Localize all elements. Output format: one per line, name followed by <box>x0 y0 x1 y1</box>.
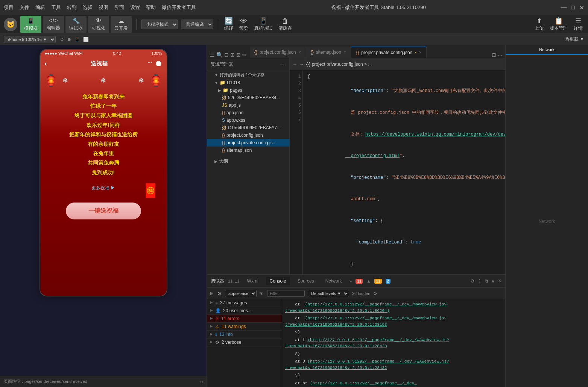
menu-wechat[interactable]: 微信开发者工具 <box>162 4 196 11</box>
clear-console-button[interactable]: ⊘ <box>217 290 222 297</box>
mini-program-mode-select[interactable]: 小程序模式 <box>141 20 178 29</box>
maximize-button[interactable]: □ <box>571 4 575 11</box>
hot-reload-btn[interactable]: 热重载 ▼ <box>565 36 584 42</box>
rotate-icon[interactable]: ↺ <box>60 37 64 42</box>
log-link-5[interactable]: (http://127.0.0.1:51292/__pageframe__/_d… <box>310 381 417 385</box>
menu-bar[interactable]: 项目 文件 编辑 工具 转到 选择 视图 界面 设置 帮助 微信开发者工具 <box>4 4 196 11</box>
split-editor-icon[interactable]: ⊟ <box>492 52 496 58</box>
menu-tool[interactable]: 工具 <box>51 4 61 11</box>
settings-icon[interactable]: ⚙ <box>470 278 474 284</box>
log-warnings[interactable]: ▶ ⚠ 11 warnings <box>207 323 282 331</box>
simulator-button[interactable]: 📱 模拟器 <box>20 16 41 33</box>
version-mgr-button[interactable]: 📋 版本管理 <box>548 15 569 33</box>
menu-ui[interactable]: 界面 <box>114 4 124 11</box>
right-tab-network[interactable]: Network <box>506 45 588 55</box>
tab-project-private-config[interactable]: {} project.private.config.json ● ✕ <box>351 47 427 58</box>
file-app-json[interactable]: {} app.json <box>207 109 289 116</box>
menu-help[interactable]: 帮助 <box>146 4 156 11</box>
settings-console-icon[interactable]: ⚙ <box>373 291 377 296</box>
screenshot-icon[interactable]: ⬜ <box>83 37 89 42</box>
explorer-more-icon[interactable]: ··· <box>282 61 286 68</box>
minimize-button[interactable]: — <box>561 4 567 11</box>
compile-mode-select[interactable]: 普通编译 <box>181 20 213 29</box>
compile-button[interactable]: 🔄 编译 <box>223 15 235 33</box>
console-filter-input[interactable] <box>267 290 305 297</box>
device-select[interactable]: iPhone 5 100% 16 ▼ <box>4 36 56 43</box>
more-blessings-link[interactable]: 更多祝福 ▶ <box>91 185 115 191</box>
tab-wxml[interactable]: Wxml <box>243 277 262 285</box>
preview-button[interactable]: 👁 预览 <box>238 16 250 33</box>
upload-button[interactable]: ⬆ 上传 <box>533 15 545 33</box>
editor-button[interactable]: </> 编辑器 <box>43 16 64 33</box>
tab-list-icon[interactable]: ☰ <box>210 52 215 58</box>
file-img-2[interactable]: 🖼 C15640D09F02EBAFA7... <box>207 124 289 132</box>
tab-close-1[interactable]: ✕ <box>298 50 301 54</box>
root-folder[interactable]: ▼ 📁 D1018 <box>207 79 289 86</box>
file-project-config[interactable]: {} project.config.json <box>207 132 289 139</box>
real-device-button[interactable]: 📱 真机调试 <box>253 15 274 33</box>
tab-drag-icon[interactable]: ⊠ <box>236 52 241 58</box>
debugger-button[interactable]: 🔧 调试器 <box>65 16 87 33</box>
context-select[interactable]: appservice <box>225 290 257 297</box>
menu-view[interactable]: 视图 <box>99 4 108 11</box>
expand-left-icon[interactable]: ⊞ <box>210 291 214 296</box>
menu-file[interactable]: 文件 <box>20 4 29 11</box>
tab-console[interactable]: Console <box>266 277 290 285</box>
tab-pen-icon[interactable]: ✏ <box>242 52 247 58</box>
tab-close-3[interactable]: ✕ <box>419 50 422 54</box>
log-link-2[interactable]: (http://127.0.0.1:51292/__pageframe__/_d… <box>285 316 447 327</box>
menu-project[interactable]: 项目 <box>4 4 14 11</box>
level-select[interactable]: Default levels ▼ <box>308 290 349 297</box>
file-app-js[interactable]: JS app.js <box>207 101 289 109</box>
more-tabs-icon[interactable]: ··· <box>498 52 502 58</box>
tab-network[interactable]: Network <box>322 277 346 285</box>
menu-edit[interactable]: 编辑 <box>35 4 45 11</box>
tab-sitemap[interactable]: {} sitemap.json ✕ <box>306 47 351 58</box>
unsaved-section[interactable]: ▼ 打开的编辑器 1个未保存 <box>207 71 289 79</box>
log-info[interactable]: ▶ ℹ 13 info <box>207 331 282 339</box>
log-errors[interactable]: ▶ ✕ 11 errors <box>207 315 282 323</box>
detach-icon[interactable]: ⧉ <box>485 278 488 284</box>
close-button[interactable]: ✕ <box>579 4 584 11</box>
cloud-button[interactable]: ☁ 云开发 <box>111 16 132 33</box>
more-button[interactable]: ··· <box>147 59 152 68</box>
menu-settings[interactable]: 设置 <box>130 4 140 11</box>
eye-icon[interactable]: 👁 <box>260 291 264 296</box>
file-img-1[interactable]: 🖼 526D5E449F02EBAF34... <box>207 94 289 101</box>
tab-sources[interactable]: Sources <box>294 277 318 285</box>
menu-goto[interactable]: 转到 <box>67 4 77 11</box>
record-icon[interactable]: ⏺ <box>67 37 71 42</box>
avatar[interactable]: 🐱 <box>4 18 17 31</box>
tab-project-config[interactable]: {} project.config.json ✕ <box>250 47 306 58</box>
log-verbose[interactable]: ▶ ⚙ 2 verbose <box>207 339 282 346</box>
log-link-1[interactable]: (http://127.0.0.1:51292/__pageframe__/_d… <box>285 302 447 313</box>
tab-split-icon[interactable]: ⊟ <box>224 52 229 58</box>
outline-section[interactable]: ▶ 大纲 <box>207 157 289 166</box>
log-link-3[interactable]: (http://127.0.0.1:51292/__pageframe__/_d… <box>285 338 449 349</box>
close-devtools-icon[interactable]: ✕ <box>498 278 501 284</box>
console-output[interactable]: at (http://127.0.0.1:51292/__pageframe__… <box>282 299 505 387</box>
window-controls[interactable]: — □ ✕ <box>561 4 584 11</box>
send-blessing-button[interactable]: 一键送祝福 <box>66 203 141 219</box>
tab-grid-icon[interactable]: ⊞ <box>230 52 235 58</box>
file-sitemap[interactable]: {} sitemap.json <box>207 147 289 154</box>
tab-search-icon[interactable]: 🔍 <box>216 52 223 58</box>
log-link-4[interactable]: (http://127.0.0.1:51292/__pageframe__/_d… <box>285 359 449 370</box>
tab-close-2[interactable]: ✕ <box>343 50 346 54</box>
phone-icon[interactable]: 📱 <box>74 37 80 42</box>
more-options-icon[interactable]: ⋮ <box>477 278 482 284</box>
record-button[interactable]: ⏺ <box>155 59 162 68</box>
clear-cache-button[interactable]: 🗑 清缓存 <box>277 16 293 33</box>
visual-button[interactable]: 👁 可视化 <box>88 16 109 33</box>
code-lines[interactable]: { "description": "大鹏源码网_wobbt.com项目私有配置文… <box>303 70 505 274</box>
menu-select[interactable]: 选择 <box>83 4 93 11</box>
detail-button[interactable]: ☰ 详情 <box>572 15 584 33</box>
file-project-private-config[interactable]: {} project.private.config.js... <box>207 139 289 147</box>
forward-nav-icon[interactable]: → <box>299 62 304 67</box>
log-messages[interactable]: ▶ ≡ 37 messages <box>207 299 282 307</box>
back-nav-icon[interactable]: ← <box>293 62 297 67</box>
collapse-devtools-icon[interactable]: ∧ <box>491 278 495 284</box>
back-button[interactable]: ‹ <box>45 60 47 68</box>
pages-folder[interactable]: ▶ 📁 pages <box>207 86 289 94</box>
log-user-messages[interactable]: ▶ 👤 20 user mes... <box>207 307 282 315</box>
